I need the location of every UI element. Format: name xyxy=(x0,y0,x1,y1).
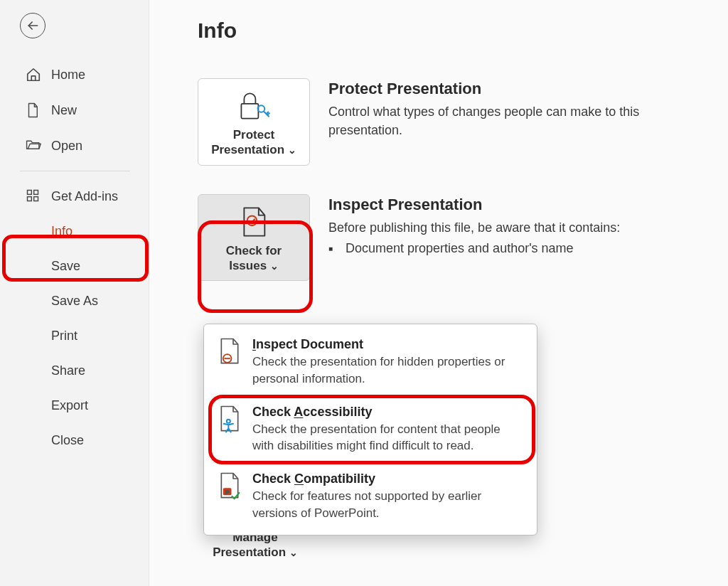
sidebar-item-label: Export xyxy=(51,398,88,413)
accessibility-icon xyxy=(217,405,242,433)
protect-desc: Control what types of changes people can… xyxy=(328,102,714,139)
sidebar-item-label: Get Add-ins xyxy=(51,189,118,204)
sidebar-item-share[interactable]: Share xyxy=(0,353,149,388)
page-title: Info xyxy=(198,18,714,43)
sidebar-item-save[interactable]: Save xyxy=(0,249,149,284)
inspect-bullet: Document properties and author's name xyxy=(346,241,714,256)
addins-icon xyxy=(26,188,41,204)
chevron-down-icon: ⌄ xyxy=(289,547,298,558)
inspect-title: Inspect Presentation xyxy=(328,196,714,214)
document-check-icon xyxy=(239,205,269,239)
svg-point-10 xyxy=(227,419,230,422)
svg-text:P: P xyxy=(225,489,229,496)
svg-rect-5 xyxy=(241,104,258,119)
sidebar-item-label: Save As xyxy=(51,294,98,309)
sidebar-item-label: Save xyxy=(51,259,80,274)
svg-rect-1 xyxy=(28,191,32,195)
backstage-sidebar: Home New Open Get Add-ins Info Save xyxy=(0,0,149,586)
sidebar-item-home[interactable]: Home xyxy=(0,57,149,92)
sidebar-item-label: Close xyxy=(51,433,84,448)
button-label-line2: Presentation xyxy=(211,143,284,156)
menu-inspect-document[interactable]: Inspect Document Check the presentation … xyxy=(204,329,537,396)
sidebar-item-save-as[interactable]: Save As xyxy=(0,284,149,319)
lock-key-icon xyxy=(237,89,271,123)
menu-check-compatibility[interactable]: P Check Compatibility Check for features… xyxy=(204,463,537,531)
menu-item-title: Check Accessibility xyxy=(252,405,523,420)
sidebar-item-export[interactable]: Export xyxy=(0,388,149,423)
menu-item-title: Inspect Document xyxy=(252,337,523,352)
menu-item-desc: Check for features not supported by earl… xyxy=(252,488,523,522)
sidebar-item-get-addins[interactable]: Get Add-ins xyxy=(0,179,149,214)
menu-item-desc: Check the presentation for content that … xyxy=(252,421,523,455)
sidebar-item-label: Print xyxy=(51,329,77,343)
back-button[interactable] xyxy=(20,13,46,38)
button-label-line2: Issues xyxy=(229,259,267,272)
sidebar-item-label: New xyxy=(51,103,77,118)
new-document-icon xyxy=(26,102,41,118)
chevron-down-icon: ⌄ xyxy=(288,144,296,156)
protect-title: Protect Presentation xyxy=(328,80,714,98)
sidebar-item-info[interactable]: Info xyxy=(0,214,149,249)
home-icon xyxy=(26,67,41,82)
protect-section: Protect Presentation ⌄ Protect Presentat… xyxy=(198,78,714,166)
inspect-document-icon xyxy=(217,337,242,366)
svg-point-7 xyxy=(247,215,257,225)
svg-rect-3 xyxy=(28,197,32,201)
sidebar-item-label: Open xyxy=(51,139,82,154)
sidebar-item-close[interactable]: Close xyxy=(0,423,149,458)
sidebar-item-new[interactable]: New xyxy=(0,92,149,128)
sidebar-divider xyxy=(20,171,130,171)
compatibility-icon: P xyxy=(217,472,242,500)
inspect-bullets: Document properties and author's name xyxy=(328,241,714,256)
check-for-issues-button[interactable]: Check for Issues ⌄ xyxy=(198,194,310,282)
sidebar-item-label: Home xyxy=(51,68,85,82)
inspect-section: Check for Issues ⌄ Inspect Presentation … xyxy=(198,194,714,282)
menu-check-accessibility[interactable]: Check Accessibility Check the presentati… xyxy=(204,396,537,464)
button-label-line1: Protect xyxy=(233,128,275,142)
inspect-desc: Before publishing this file, be aware th… xyxy=(328,218,714,237)
svg-rect-4 xyxy=(34,197,38,201)
check-for-issues-menu: Inspect Document Check the presentation … xyxy=(203,324,537,536)
protect-presentation-button[interactable]: Protect Presentation ⌄ xyxy=(198,78,310,166)
svg-rect-2 xyxy=(34,191,38,195)
menu-item-desc: Check the presentation for hidden proper… xyxy=(252,353,523,388)
folder-open-icon xyxy=(26,138,41,154)
sidebar-item-open[interactable]: Open xyxy=(0,128,149,164)
sidebar-item-label: Info xyxy=(51,224,73,239)
chevron-down-icon: ⌄ xyxy=(270,260,279,272)
button-label-line1: Check for xyxy=(226,244,282,257)
sidebar-item-print[interactable]: Print xyxy=(0,319,149,353)
sidebar-item-label: Share xyxy=(51,363,85,378)
menu-item-title: Check Compatibility xyxy=(252,472,523,486)
